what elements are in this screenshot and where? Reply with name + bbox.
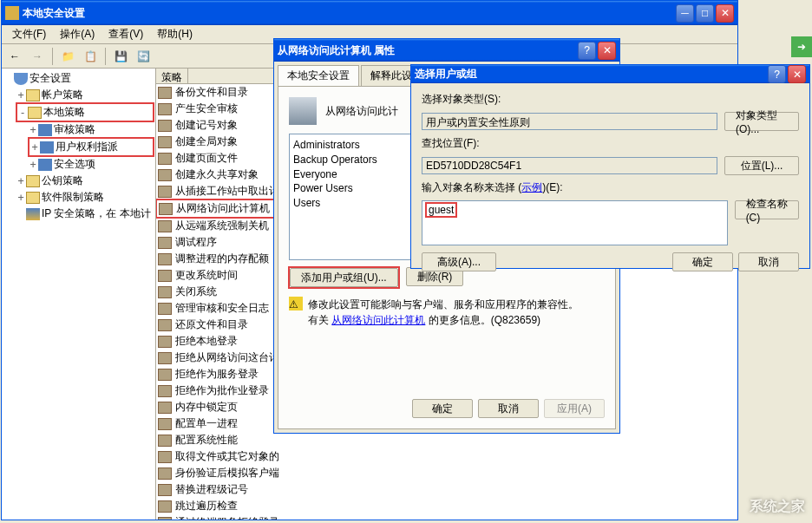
prop-apply-button[interactable]: 应用(A) [544,399,605,418]
main-titlebar[interactable]: 本地安全设置 ─ □ ✕ [2,1,737,25]
tree-item[interactable]: IP 安全策略，在 本地计 [3,206,154,222]
tree-item[interactable]: +公钥策略 [3,173,154,189]
warning: ⚠ 修改此设置可能影响与客户端、服务和应用程序的兼容性。 有关 从网络访问此计算… [289,297,605,328]
warning-icon: ⚠ [289,297,303,311]
tree-item[interactable]: +安全选项 [3,156,154,173]
menu-view[interactable]: 查看(V) [102,25,150,43]
refresh-button[interactable]: 🔄 [134,47,153,66]
select-close-button[interactable]: ✕ [788,65,806,83]
watermark: 系统之家 [750,498,805,516]
tree-item-user-rights[interactable]: +用户权利指派 [29,139,153,155]
up-button[interactable]: 📁 [58,47,77,66]
export-button[interactable]: 💾 [111,47,130,66]
list-item[interactable]: 配置系统性能 [156,432,737,448]
location-field: ED5710DD28C54F1 [422,157,717,174]
menu-file[interactable]: 文件(F) [5,25,53,43]
tab-local-security[interactable]: 本地安全设置 [278,65,359,86]
select-cancel-button[interactable]: 取消 [738,252,799,271]
policy-name: 从网络访问此计 [325,104,398,119]
location-label: 查找位置(F): [422,136,799,151]
tree-item[interactable]: +审核策略 [3,121,154,138]
tree-item[interactable]: +帐户策略 [3,87,154,103]
list-item[interactable]: 身份验证后模拟客户端 [156,465,737,481]
list-item[interactable]: 通过终端服务拒绝登录 [156,514,737,520]
check-names-button[interactable]: 检查名称(C) [735,200,799,219]
app-icon [5,6,19,20]
list-item[interactable]: 取得文件或其它对象的 [156,448,737,465]
prop-ok-button[interactable]: 确定 [412,399,473,418]
select-titlebar[interactable]: 选择用户或组 ? ✕ [411,65,809,83]
prop-titlebar[interactable]: 从网络访问此计算机 属性 ? ✕ [274,39,619,62]
advanced-button[interactable]: 高级(A)... [422,252,496,271]
menu-help[interactable]: 帮助(H) [150,25,200,43]
select-help-button[interactable]: ? [768,65,786,83]
maximize-button[interactable]: □ [696,4,714,23]
properties-button[interactable]: 📋 [81,47,100,66]
close-button[interactable]: ✕ [716,4,734,23]
select-ok-button[interactable]: 确定 [672,252,733,271]
select-title: 选择用户或组 [415,67,768,82]
object-type-button[interactable]: 对象类型(O)... [724,112,799,131]
prop-cancel-button[interactable]: 取消 [478,399,539,418]
tree-item[interactable]: +软件限制策略 [3,189,154,206]
menu-action[interactable]: 操作(A) [53,25,102,43]
object-name-input[interactable]: guest [422,200,728,245]
prop-title: 从网络访问此计算机 属性 [278,43,578,58]
tree-root[interactable]: 安全设置 [3,70,154,87]
select-user-dialog: 选择用户或组 ? ✕ 选择对象类型(S): 用户或内置安全性原则 对象类型(O)… [410,64,810,269]
tree-item-local-policy[interactable]: -本地策略 [17,104,153,121]
minimize-button[interactable]: ─ [676,4,694,23]
kb-link[interactable]: 从网络访问此计算机 [331,314,425,326]
list-item[interactable]: 跳过遍历检查 [156,498,737,514]
policy-icon [289,97,317,125]
add-user-button[interactable]: 添加用户或组(U)... [290,268,398,287]
help-button[interactable]: ? [578,42,596,60]
main-title: 本地安全设置 [23,6,676,21]
object-type-field: 用户或内置安全性原则 [422,113,717,130]
list-item[interactable]: 替换进程级记号 [156,481,737,498]
back-button[interactable]: ← [5,47,24,66]
tree-panel[interactable]: 安全设置 +帐户策略 -本地策略 +审核策略 +用户权利指派 +安全选项 +公钥… [2,69,156,520]
example-link[interactable]: 示例 [521,181,542,193]
name-label: 输入对象名称来选择 (示例)(E): [422,180,799,195]
prop-close-button[interactable]: ✕ [598,42,616,60]
forward-icon[interactable]: ➜ [791,36,812,57]
location-button[interactable]: 位置(L)... [724,156,799,175]
object-type-label: 选择对象类型(S): [422,92,799,107]
forward-button[interactable]: → [28,47,47,66]
